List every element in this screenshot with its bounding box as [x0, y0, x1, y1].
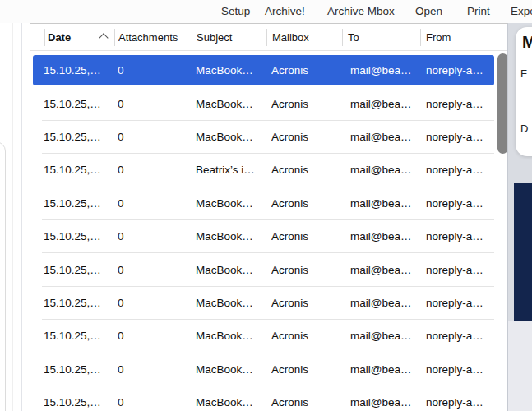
cell-subject: MacBook… [196, 130, 253, 142]
cell-date: 15.10.25,… [44, 330, 101, 342]
cell-from: noreply-a… [426, 64, 483, 76]
cell-mailbox: Acronis [271, 230, 308, 242]
table-row[interactable]: 15.10.25,…0MacBook…Acronismail@bea…norep… [30, 53, 496, 86]
pane-divider [21, 23, 22, 411]
cell-mailbox: Acronis [271, 396, 308, 409]
column-divider [342, 29, 343, 46]
column-header-subject[interactable]: Subject [197, 31, 232, 44]
cell-from: noreply-a… [426, 396, 483, 409]
cell-to: mail@bea… [350, 230, 411, 242]
cell-subject: MacBook… [196, 363, 253, 375]
cell-to: mail@bea… [350, 130, 411, 142]
table-row[interactable]: 15.10.25,…0MacBook…Acronismail@bea…norep… [30, 252, 496, 285]
cell-date: 15.10.25,… [44, 230, 101, 242]
cell-to: mail@bea… [350, 263, 411, 275]
cell-from: noreply-a… [426, 363, 483, 375]
cell-mailbox: Acronis [271, 164, 308, 176]
cell-mailbox: Acronis [271, 97, 308, 109]
cell-subject: MacBook… [196, 230, 253, 242]
column-divider [266, 29, 267, 46]
cell-subject: MacBook… [196, 296, 253, 308]
toolbar: Setup Archive! Archive Mbox Open Print E… [0, 0, 532, 23]
table-header: Date Attachments Subject Mailbox To From [30, 24, 507, 51]
cell-from: noreply-a… [426, 296, 483, 308]
toolbar-export-button[interactable]: Export [511, 5, 532, 17]
cell-attachments: 0 [118, 396, 124, 409]
cell-subject: MacBook… [196, 396, 253, 409]
table-row[interactable]: 15.10.25,…0MacBook…Acronismail@bea…norep… [30, 386, 496, 411]
table-row[interactable]: 15.10.25,…0MacBook…Acronismail@bea…norep… [30, 187, 496, 219]
cell-date: 15.10.25,… [44, 196, 101, 209]
cell-mailbox: Acronis [271, 330, 308, 342]
cell-from: noreply-a… [426, 164, 483, 176]
cell-from: noreply-a… [426, 130, 483, 142]
cell-to: mail@bea… [350, 64, 411, 76]
cell-date: 15.10.25,… [44, 64, 101, 76]
cell-subject: Beatrix’s i… [196, 164, 255, 176]
toolbar-archive-button[interactable]: Archive! [265, 5, 305, 17]
cell-to: mail@bea… [350, 296, 411, 308]
vertical-scrollbar-thumb[interactable] [497, 53, 508, 154]
pane-divider [12, 23, 13, 411]
table-row[interactable]: 15.10.25,…0MacBook…Acronismail@bea…norep… [30, 219, 496, 252]
cell-subject: MacBook… [196, 330, 253, 342]
cell-date: 15.10.25,… [44, 296, 101, 308]
cell-attachments: 0 [118, 164, 124, 176]
column-header-attachments[interactable]: Attachments [118, 31, 178, 44]
cell-mailbox: Acronis [271, 296, 308, 308]
sort-ascending-icon [99, 33, 108, 42]
cell-mailbox: Acronis [271, 363, 308, 375]
cell-from: noreply-a… [426, 263, 483, 275]
table-row[interactable]: 15.10.25,…0Beatrix’s i…Acronismail@bea…n… [30, 153, 496, 186]
cell-subject: MacBook… [196, 97, 253, 109]
detail-panel-lower-area [508, 321, 532, 411]
cell-to: mail@bea… [350, 396, 411, 409]
column-header-to[interactable]: To [348, 31, 359, 44]
column-divider [420, 29, 421, 46]
cell-attachments: 0 [118, 196, 124, 209]
cell-mailbox: Acronis [271, 64, 308, 76]
column-header-mailbox[interactable]: Mailbox [272, 31, 309, 44]
table-row[interactable]: 15.10.25,…0MacBook…Acronismail@bea…norep… [30, 319, 496, 352]
cell-to: mail@bea… [350, 363, 411, 375]
cell-attachments: 0 [118, 296, 124, 308]
toolbar-archive-mbox-button[interactable]: Archive Mbox [327, 5, 395, 17]
cell-from: noreply-a… [426, 330, 483, 342]
table-row[interactable]: 15.10.25,…0MacBook…Acronismail@bea…norep… [30, 120, 496, 153]
cell-from: noreply-a… [426, 230, 483, 242]
column-header-date[interactable]: Date [48, 31, 71, 44]
table-body: 15.10.25,…0MacBook…Acronismail@bea…norep… [30, 53, 507, 411]
toolbar-print-button[interactable]: Print [467, 5, 490, 17]
cell-subject: MacBook… [196, 263, 253, 275]
cell-date: 15.10.25,… [44, 263, 101, 275]
table-row[interactable]: 15.10.25,…0MacBook…Acronismail@bea…norep… [30, 86, 496, 119]
cell-to: mail@bea… [350, 196, 411, 209]
cell-mailbox: Acronis [271, 263, 308, 275]
email-table: Date Attachments Subject Mailbox To From… [30, 23, 508, 411]
column-divider [114, 29, 115, 46]
column-divider [44, 29, 45, 46]
cell-attachments: 0 [118, 363, 124, 375]
cell-date: 15.10.25,… [44, 97, 101, 109]
cell-attachments: 0 [118, 64, 124, 76]
cell-attachments: 0 [118, 263, 124, 275]
cell-date: 15.10.25,… [44, 130, 101, 142]
table-row[interactable]: 15.10.25,…0MacBook…Acronismail@bea…norep… [30, 353, 496, 386]
detail-card-date-label: D [520, 122, 528, 135]
cell-from: noreply-a… [426, 196, 483, 209]
toolbar-setup-button[interactable]: Setup [221, 5, 250, 17]
detail-card-from-label: F [520, 67, 527, 80]
cell-subject: MacBook… [196, 64, 253, 76]
cell-attachments: 0 [118, 97, 124, 109]
column-divider [192, 29, 192, 46]
cell-mailbox: Acronis [271, 196, 308, 209]
pane-divider [16, 23, 16, 411]
cell-to: mail@bea… [350, 164, 411, 176]
table-row[interactable]: 15.10.25,…0MacBook…Acronismail@bea…norep… [30, 286, 496, 319]
toolbar-open-button[interactable]: Open [415, 5, 442, 17]
detail-card: M F D [516, 27, 532, 156]
cell-attachments: 0 [118, 330, 124, 342]
cell-mailbox: Acronis [271, 130, 308, 142]
column-header-from[interactable]: From [426, 31, 451, 44]
cell-subject: MacBook… [196, 196, 253, 209]
